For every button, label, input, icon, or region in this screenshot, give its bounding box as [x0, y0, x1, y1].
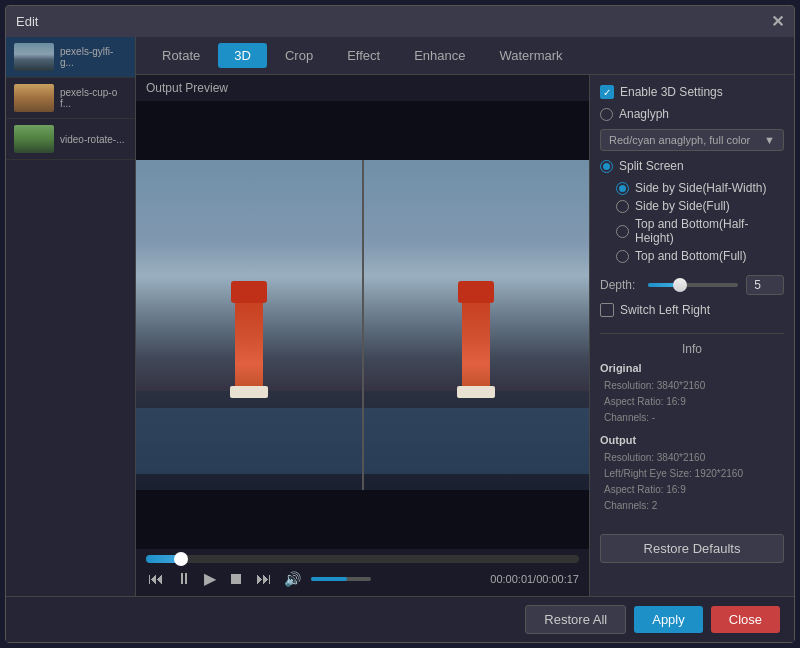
play-button[interactable]: ▶: [202, 567, 218, 590]
sidebar-thumb-1: [14, 84, 54, 112]
bottom-bar: Restore All Apply Close: [6, 596, 794, 642]
sub-label-1: Side by Side(Full): [635, 199, 730, 213]
lighthouse-top-left: [231, 281, 267, 303]
water-left: [136, 408, 362, 474]
output-channels: Channels: 2: [600, 498, 784, 514]
output-eye-size: Left/Right Eye Size: 1920*2160: [600, 466, 784, 482]
anaglyph-radio[interactable]: [600, 108, 613, 121]
sidebar-thumb-0: [14, 43, 54, 71]
sub-option-2[interactable]: Top and Bottom(Half-Height): [616, 217, 784, 245]
anaglyph-row[interactable]: Anaglyph: [600, 107, 784, 121]
original-aspect: Aspect Ratio: 16:9: [600, 394, 784, 410]
sidebar-thumb-2: [14, 125, 54, 153]
editor-area: Output Preview: [136, 75, 794, 596]
dialog-title: Edit: [16, 14, 38, 29]
skip-start-button[interactable]: ⏮: [146, 568, 166, 590]
video-left: [136, 160, 362, 490]
main-content: pexels-gylfi-g... pexels-cup-of... video…: [6, 37, 794, 596]
sidebar-item-0[interactable]: pexels-gylfi-g...: [6, 37, 135, 78]
output-title: Output: [600, 434, 784, 446]
lighthouse-base-right: [457, 386, 495, 398]
switch-lr-checkbox[interactable]: [600, 303, 614, 317]
info-section: Info Original Resolution: 3840*2160 Aspe…: [600, 333, 784, 522]
scene-left: [136, 160, 362, 490]
output-info: Output Resolution: 3840*2160 Left/Right …: [600, 434, 784, 514]
sub-radio-2[interactable]: [616, 225, 629, 238]
sub-label-0: Side by Side(Half-Width): [635, 181, 766, 195]
anaglyph-label: Anaglyph: [619, 107, 669, 121]
sub-option-1[interactable]: Side by Side(Full): [616, 199, 784, 213]
sidebar-item-1[interactable]: pexels-cup-of...: [6, 78, 135, 119]
output-resolution: Resolution: 3840*2160: [600, 450, 784, 466]
depth-input[interactable]: [746, 275, 784, 295]
water-right: [364, 408, 590, 474]
sub-option-3[interactable]: Top and Bottom(Full): [616, 249, 784, 263]
depth-label: Depth:: [600, 278, 640, 292]
lighthouse-body-right: [462, 301, 490, 391]
sub-radio-3[interactable]: [616, 250, 629, 263]
split-screen-radio[interactable]: [600, 160, 613, 173]
slider-thumb[interactable]: [673, 278, 687, 292]
edit-dialog: Edit ✕ pexels-gylfi-g... pexels-cup-of..…: [5, 5, 795, 643]
original-resolution: Resolution: 3840*2160: [600, 378, 784, 394]
enable-3d-row[interactable]: Enable 3D Settings: [600, 85, 784, 99]
volume-fill: [311, 577, 347, 581]
sidebar: pexels-gylfi-g... pexels-cup-of... video…: [6, 37, 136, 596]
tab-effect[interactable]: Effect: [331, 43, 396, 68]
video-panel: Output Preview: [136, 75, 589, 596]
settings-panel: Enable 3D Settings Anaglyph Red/cyan ana…: [589, 75, 794, 596]
sub-options: Side by Side(Half-Width) Side by Side(Fu…: [600, 181, 784, 263]
tab-enhance[interactable]: Enhance: [398, 43, 481, 68]
tab-watermark[interactable]: Watermark: [483, 43, 578, 68]
original-title: Original: [600, 362, 784, 374]
dropdown-arrow-icon: ▼: [764, 134, 775, 146]
split-screen-row[interactable]: Split Screen: [600, 159, 784, 173]
lighthouse-top-right: [458, 281, 494, 303]
restore-all-button[interactable]: Restore All: [525, 605, 626, 634]
scene-right: [364, 160, 590, 490]
preview-label: Output Preview: [136, 75, 589, 101]
progress-thumb[interactable]: [174, 552, 188, 566]
lighthouse-body-left: [235, 301, 263, 391]
restore-defaults-button[interactable]: Restore Defaults: [600, 534, 784, 563]
apply-button[interactable]: Apply: [634, 606, 703, 633]
enable-3d-label: Enable 3D Settings: [620, 85, 723, 99]
dropdown-value: Red/cyan anaglyph, full color: [609, 134, 750, 146]
title-bar: Edit ✕: [6, 6, 794, 37]
tab-crop[interactable]: Crop: [269, 43, 329, 68]
output-aspect: Aspect Ratio: 16:9: [600, 482, 784, 498]
sub-radio-0[interactable]: [616, 182, 629, 195]
progress-bar[interactable]: [146, 555, 579, 563]
close-icon[interactable]: ✕: [771, 12, 784, 31]
sidebar-item-2[interactable]: video-rotate-...: [6, 119, 135, 160]
sub-radio-1[interactable]: [616, 200, 629, 213]
video-container: [136, 101, 589, 549]
sub-option-0[interactable]: Side by Side(Half-Width): [616, 181, 784, 195]
enable-3d-checkbox[interactable]: [600, 85, 614, 99]
video-frame: [136, 160, 589, 490]
depth-row: Depth:: [600, 275, 784, 295]
tab-bar: Rotate 3D Crop Effect Enhance Watermark: [136, 37, 794, 75]
volume-slider[interactable]: [311, 577, 371, 581]
playback-bar: ⏮ ⏸ ▶ ⏹ ⏭ 🔊 00:00:01/00:00:17: [136, 549, 589, 596]
original-info: Original Resolution: 3840*2160 Aspect Ra…: [600, 362, 784, 426]
controls-row: ⏮ ⏸ ▶ ⏹ ⏭ 🔊 00:00:01/00:00:17: [146, 567, 579, 590]
sub-label-3: Top and Bottom(Full): [635, 249, 746, 263]
sidebar-label-2: video-rotate-...: [60, 134, 124, 145]
close-button[interactable]: Close: [711, 606, 780, 633]
volume-icon[interactable]: 🔊: [282, 569, 303, 589]
skip-end-button[interactable]: ⏭: [254, 568, 274, 590]
stop-button[interactable]: ⏹: [226, 568, 246, 590]
tab-rotate[interactable]: Rotate: [146, 43, 216, 68]
sidebar-label-0: pexels-gylfi-g...: [60, 46, 127, 68]
switch-lr-row[interactable]: Switch Left Right: [600, 303, 784, 317]
original-channels: Channels: -: [600, 410, 784, 426]
tab-3d[interactable]: 3D: [218, 43, 267, 68]
depth-slider[interactable]: [648, 283, 738, 287]
anaglyph-dropdown[interactable]: Red/cyan anaglyph, full color ▼: [600, 129, 784, 151]
info-title: Info: [600, 342, 784, 356]
play-pause-button[interactable]: ⏸: [174, 568, 194, 590]
switch-lr-label: Switch Left Right: [620, 303, 710, 317]
sidebar-label-1: pexels-cup-of...: [60, 87, 127, 109]
video-right: [364, 160, 590, 490]
